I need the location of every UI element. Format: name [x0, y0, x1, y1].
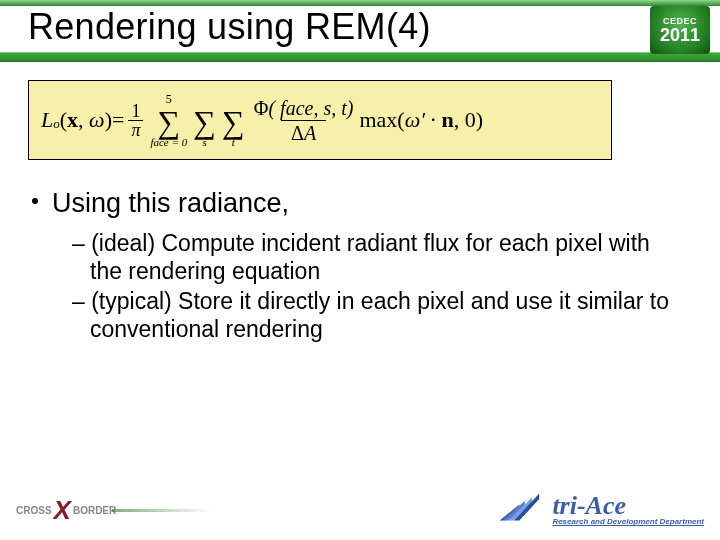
footer-bar-icon — [112, 509, 212, 512]
tri-logo-text: tri-Ace Research and Development Departm… — [552, 494, 704, 526]
frac-phi-over-dA: Φ( face, s, t) ΔA — [252, 98, 356, 143]
max-expr: max(ω′ · n, 0) — [359, 107, 483, 133]
slide-body: Using this radiance, – (ideal) Compute i… — [32, 188, 688, 345]
tri-arrows-icon — [496, 490, 550, 530]
sum-face: 5 ∑ face = 0 — [150, 93, 187, 148]
bullet-lvl2-2: – (typical) Store it directly in each pi… — [50, 287, 688, 343]
x-icon: X — [54, 495, 71, 526]
bullet-dot-icon — [32, 198, 38, 204]
formula-lhs-args: (x, ω) — [60, 107, 112, 133]
tri-ace-label: tri-Ace — [552, 494, 704, 517]
sum-face-top: 5 — [166, 93, 172, 105]
cedec-badge: CEDEC 2011 — [650, 6, 710, 54]
frac-den: π — [128, 120, 143, 139]
cedec-year-label: 2011 — [660, 26, 700, 44]
frac-num: 1 — [128, 102, 143, 120]
footer-right-logo: tri-Ace Research and Development Departm… — [496, 490, 704, 530]
phi-expr: Φ( face, s, t) — [252, 98, 356, 120]
sum-t-bottom: t — [232, 137, 235, 148]
formula-L: L — [41, 107, 53, 133]
slide-title: Rendering using REM(4) — [28, 6, 431, 48]
formula: Lo (x, ω) = 1 π 5 ∑ face = 0 ∑ s ∑ t — [41, 93, 483, 148]
sum-s-bottom: s — [202, 137, 206, 148]
sum-s: ∑ s — [193, 93, 216, 148]
tri-ace-sublabel: Research and Development Department — [552, 517, 704, 526]
bullet-lvl1: Using this radiance, — [32, 188, 688, 219]
formula-L-sub: o — [53, 116, 60, 132]
deltaA: ΔA — [281, 120, 326, 143]
slide: Rendering using REM(4) CEDEC 2011 Lo (x,… — [0, 0, 720, 540]
footer-left-logo: CROSS X BORDER — [16, 495, 212, 526]
sum-t: ∑ t — [222, 93, 245, 148]
frac-one-over-pi: 1 π — [128, 102, 143, 139]
border-label: BORDER — [73, 505, 116, 516]
bullet-lvl1-text: Using this radiance, — [52, 188, 289, 218]
formula-eq: = — [112, 107, 124, 133]
sum-face-bottom: face = 0 — [150, 137, 187, 148]
cross-label: CROSS — [16, 505, 52, 516]
slide-header: Rendering using REM(4) CEDEC 2011 — [0, 0, 720, 70]
bullet-lvl2-1: – (ideal) Compute incident radiant flux … — [50, 229, 688, 285]
header-bar — [0, 52, 720, 62]
formula-box: Lo (x, ω) = 1 π 5 ∑ face = 0 ∑ s ∑ t — [28, 80, 612, 160]
